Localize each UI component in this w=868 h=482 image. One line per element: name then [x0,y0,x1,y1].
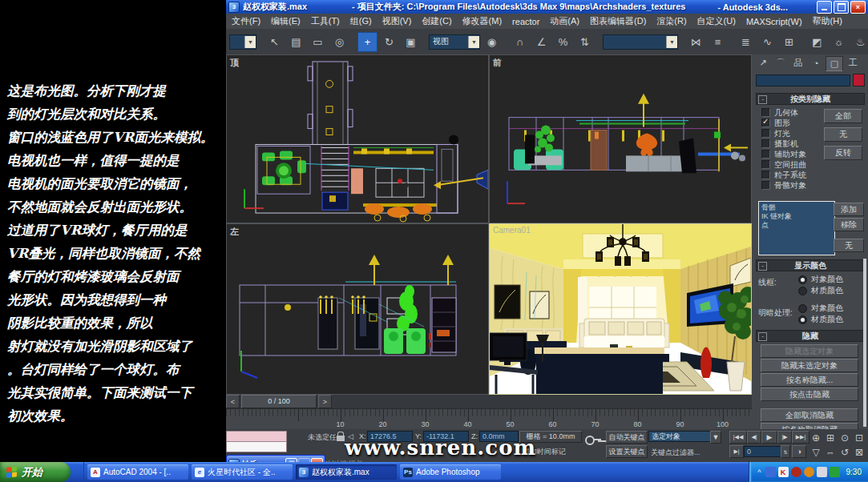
shaded-object-color-radio[interactable]: 对象颜色 [798,303,843,314]
zoom-icon[interactable]: ⊕ [809,431,823,445]
hide-action-button[interactable]: 全部取消隐藏 [761,408,858,422]
category-checkbox-row[interactable]: 图形 [761,118,790,128]
zoom-extents-icon[interactable]: ⊙ [838,431,852,445]
zoom-all-icon[interactable]: ⊞ [823,431,838,445]
key-filters-button[interactable]: 关键点过滤器... [651,448,700,458]
slider-left-arrow[interactable]: < [226,395,240,408]
list-item[interactable]: IK 链对象 [761,212,832,221]
close-button[interactable]: × [850,1,866,14]
maxscript-mini-listener-output[interactable] [226,441,287,452]
go-to-end-button[interactable]: ▶▶| [792,431,809,444]
category-checkbox[interactable] [761,181,770,190]
restore-button[interactable] [834,1,849,14]
none-button[interactable]: 无 [824,127,862,142]
auto-key-button[interactable]: 自动关键点 [606,431,648,444]
select-and-move-icon[interactable]: + [357,32,377,52]
frame-spinner[interactable]: ⇅ [781,445,790,458]
menu-item[interactable]: 动画(A) [550,15,579,27]
category-checkbox-row[interactable]: 空间扭曲 [761,159,806,170]
menu-item[interactable]: 修改器(M) [462,15,503,27]
layer-manager-icon[interactable]: ≣ [736,32,756,52]
render-last-icon[interactable]: ♨ [850,32,868,52]
set-key-button[interactable]: 设置关键点 [606,445,648,458]
next-frame-button[interactable]: |▶ [777,431,792,444]
category-checkbox-row[interactable]: 灯光 [761,128,790,139]
align-icon[interactable]: ≡ [708,32,728,52]
rollout-hide-by-category[interactable]: - 按类别隐藏 [756,93,865,105]
named-selection-dropdown[interactable]: ▼ [603,34,678,50]
taskbar-clock[interactable]: 9:30 [846,468,862,476]
invert-button[interactable]: 反转 [824,146,862,160]
key-mode-dropdown[interactable]: 选定对象 [648,431,713,442]
snap-toggle-icon[interactable]: ∩ [510,32,530,52]
go-to-start-button[interactable]: |◀◀ [729,431,747,444]
add-button[interactable]: 添加 [834,203,864,216]
menu-item[interactable]: 渲染(R) [656,15,686,27]
object-name-field[interactable] [756,74,850,86]
play-button[interactable]: ▶ [761,431,777,444]
reference-coordinate-dropdown[interactable]: 视图▼ [429,34,480,50]
menu-item[interactable]: 创建(C) [422,15,451,27]
viewport-top[interactable]: 顶 [227,55,488,223]
tray-icon-1[interactable] [765,467,776,477]
menu-item[interactable]: 组(G) [350,15,372,27]
start-button[interactable]: 开始 [0,462,71,482]
tray-expand-icon[interactable]: ^ [757,468,761,476]
minimize-button[interactable] [817,1,832,14]
select-and-scale-icon[interactable]: ▣ [401,32,421,52]
selection-filter-dropdown[interactable]: ▼ [229,34,256,50]
use-pivot-center-icon[interactable]: ◉ [482,32,502,52]
list-item[interactable]: 骨骼 [761,203,832,212]
time-configuration-button[interactable]: ◑ [792,445,806,458]
tab-hierarchy-icon[interactable]: 品 [790,56,806,70]
previous-frame-button[interactable]: ◀| [747,431,761,444]
menu-item[interactable]: MAXScript(W) [746,17,802,26]
list-item[interactable]: 点 [761,221,832,230]
object-color-swatch[interactable] [853,74,865,86]
menu-item[interactable]: 文件(F) [232,15,260,27]
field-of-view-icon[interactable]: ▽ [809,445,823,460]
percent-snap-icon[interactable]: % [553,32,573,52]
category-checkbox-row[interactable]: 摄影机 [761,139,798,149]
curve-editor-icon[interactable]: ∿ [757,32,777,52]
angle-snap-icon[interactable]: ∠ [531,32,551,52]
viewport-label-camera[interactable]: Camera01 [493,226,531,235]
arc-rotate-icon[interactable]: ↺ [838,445,852,460]
taskbar-task-button[interactable]: Ps Adobe Photoshop [400,464,501,480]
category-checkbox-row[interactable]: 粒子系统 [761,170,806,180]
category-checkbox[interactable] [761,160,770,169]
tab-display-icon[interactable]: ▢ [826,56,843,71]
maximize-viewport-icon[interactable]: ⊠ [852,445,866,460]
list-none-button[interactable]: 无 [834,239,864,252]
menu-item[interactable]: 编辑(E) [271,15,301,27]
taskbar-task-button[interactable]: e 火星时代社区 - 全.. [192,464,293,480]
hide-action-button[interactable]: 按名称隐藏... [761,373,858,387]
viewport-label-front[interactable]: 前 [493,57,502,69]
category-checkbox-row[interactable]: 辅助对象 [761,149,806,159]
tab-modify-icon[interactable]: ⌒ [773,56,789,70]
tray-icon-kaspersky[interactable]: K [778,467,789,477]
tray-icon-2[interactable] [791,467,801,477]
key-mode-dropdown-arrow[interactable]: ▼ [710,431,721,444]
hide-action-button[interactable]: 按点击隐藏 [761,388,858,401]
zoom-extents-all-icon[interactable]: ⊡ [852,431,866,445]
category-checkbox[interactable] [761,171,770,179]
menu-item[interactable]: reactor [512,17,539,26]
viewport-camera[interactable]: Camera01 [490,224,751,394]
tab-motion-icon[interactable]: ◔ [808,56,824,70]
wireframe-object-color-radio[interactable]: 对象颜色 [798,274,843,285]
menu-item[interactable]: 图表编辑器(D) [590,15,646,27]
panel-scrollbar[interactable] [863,259,866,427]
rollout-display-color[interactable]: - 显示颜色 [756,259,865,271]
tab-create-icon[interactable]: ↗ [755,56,771,70]
maxscript-mini-listener[interactable] [226,431,287,442]
title-bar[interactable]: 3 赵权权家装.max - 项目文件夹: C:\Program Files\Au… [226,0,868,14]
taskbar-task-button[interactable]: 3 赵权权家装.max [296,464,397,480]
material-editor-icon[interactable]: ◩ [807,32,827,52]
tray-icon-3[interactable] [804,467,814,477]
category-checkbox[interactable] [761,118,770,127]
category-checkbox[interactable] [761,139,770,148]
spinner-snap-icon[interactable]: ⇅ [575,32,595,52]
category-checkbox-row[interactable]: 骨骼对象 [761,180,806,191]
hide-action-button[interactable]: 隐藏未选定对象 [761,359,858,372]
